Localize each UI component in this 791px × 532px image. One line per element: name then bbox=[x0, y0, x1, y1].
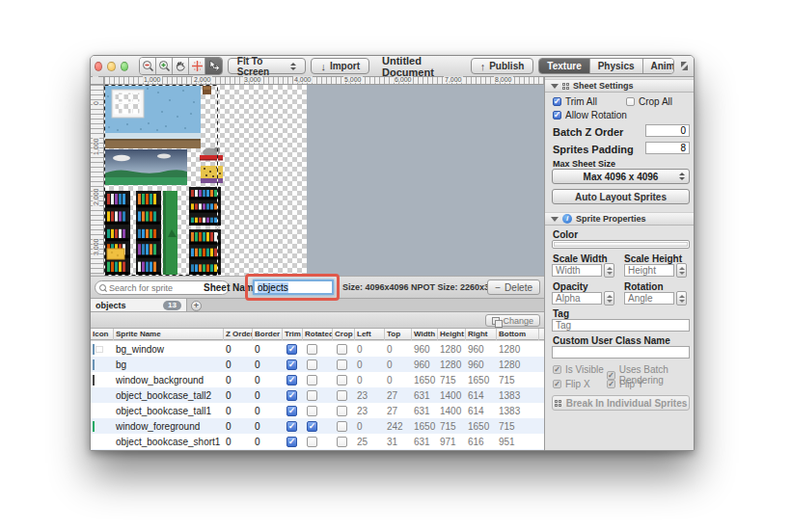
scale-height-input[interactable] bbox=[628, 265, 670, 276]
checked-checkbox[interactable] bbox=[286, 359, 297, 370]
sprite-window-background[interactable] bbox=[104, 149, 187, 185]
scale-width-stepper[interactable] bbox=[604, 263, 614, 278]
change-button[interactable]: Change bbox=[485, 314, 540, 327]
table-row[interactable]: object_bookcase_short2002531631971616951 bbox=[91, 449, 544, 450]
scale-width-input[interactable] bbox=[556, 265, 598, 276]
table-row[interactable]: object_bookcase_tall20023276311400614138… bbox=[91, 387, 544, 403]
custom-class-input[interactable] bbox=[556, 347, 686, 358]
sprite-table[interactable]: bg_window000096012809601280bg00009601280… bbox=[91, 341, 544, 450]
scale-width-field[interactable] bbox=[552, 264, 602, 277]
checked-checkbox[interactable] bbox=[286, 344, 297, 355]
table-row[interactable]: bg000096012809601280 bbox=[91, 357, 544, 372]
batch-z-order-input[interactable] bbox=[649, 125, 686, 136]
delete-sheet-button[interactable]: − Delete bbox=[487, 279, 540, 295]
column-header-crop[interactable]: Crop bbox=[333, 329, 355, 340]
sheet-name-input[interactable]: objects bbox=[253, 279, 334, 295]
unchecked-checkbox[interactable] bbox=[307, 359, 317, 370]
search-input[interactable] bbox=[109, 283, 215, 293]
unchecked-checkbox[interactable] bbox=[307, 375, 317, 386]
zoom-in-button[interactable] bbox=[156, 58, 173, 74]
sprite-cheese[interactable] bbox=[107, 249, 124, 259]
break-sprites-button[interactable]: Break In Individual Sprites bbox=[552, 395, 690, 411]
unchecked-checkbox[interactable] bbox=[337, 437, 347, 447]
checked-checkbox[interactable] bbox=[286, 421, 297, 432]
table-row[interactable]: window_foreground00024216507151650715 bbox=[91, 418, 544, 434]
checked-checkbox[interactable] bbox=[286, 375, 297, 386]
table-row[interactable]: window_background000016507151650715 bbox=[91, 372, 544, 387]
column-header-right[interactable]: Right bbox=[466, 329, 497, 340]
sprite-tree-trunk[interactable] bbox=[163, 191, 177, 275]
crop-all-checkbox[interactable]: Crop All bbox=[626, 96, 672, 107]
column-header-width[interactable]: Width bbox=[412, 329, 438, 340]
tag-input[interactable] bbox=[556, 320, 686, 331]
flip-x-box[interactable] bbox=[553, 380, 561, 388]
sprite-leopard-cushion[interactable] bbox=[201, 166, 223, 183]
checked-checkbox[interactable] bbox=[286, 406, 297, 416]
allow-rotation-box[interactable] bbox=[553, 111, 561, 120]
unchecked-checkbox[interactable] bbox=[307, 437, 317, 447]
column-header-rotated[interactable]: Rotated bbox=[303, 329, 333, 340]
table-row[interactable]: object_bookcase_short1002531631971616951 bbox=[91, 434, 544, 449]
sheet-tab-objects[interactable]: objects 13 bbox=[91, 299, 187, 311]
rotation-field[interactable] bbox=[624, 292, 674, 305]
column-header-icon[interactable]: Icon bbox=[91, 329, 114, 340]
crop-all-box[interactable] bbox=[626, 97, 635, 106]
move-tool-button[interactable] bbox=[205, 58, 222, 74]
is-visible-checkbox[interactable]: Is Visible bbox=[553, 364, 604, 375]
column-header-border[interactable]: Border bbox=[253, 329, 283, 340]
tag-field[interactable] bbox=[552, 319, 690, 332]
column-header-sprite-name[interactable]: Sprite Name bbox=[114, 329, 224, 340]
color-well[interactable] bbox=[552, 240, 690, 249]
sheet-settings-header[interactable]: Sheet Settings bbox=[545, 79, 695, 93]
sprite-bookcase-short2[interactable] bbox=[189, 229, 221, 275]
sprite-bg-window[interactable] bbox=[104, 85, 152, 148]
sprite-bookcase-tall1[interactable] bbox=[136, 191, 161, 275]
batch-z-order-field[interactable] bbox=[645, 124, 690, 137]
rotation-input[interactable] bbox=[628, 293, 670, 304]
unchecked-checkbox[interactable] bbox=[307, 406, 317, 416]
unchecked-checkbox[interactable] bbox=[337, 375, 347, 386]
grid-tool-button[interactable] bbox=[189, 58, 205, 74]
add-sheet-button[interactable]: + bbox=[191, 301, 202, 311]
tab-animation[interactable]: Animation bbox=[643, 59, 674, 73]
sprites-padding-input[interactable] bbox=[649, 143, 686, 153]
fit-to-screen-dropdown[interactable]: Fit To Screen bbox=[228, 58, 307, 74]
unchecked-checkbox[interactable] bbox=[337, 344, 347, 355]
zoom-out-button[interactable] bbox=[140, 58, 156, 74]
custom-class-field[interactable] bbox=[552, 346, 690, 359]
column-header-top[interactable]: Top bbox=[385, 329, 412, 340]
column-header-bottom[interactable]: Bottom bbox=[497, 329, 539, 340]
rotation-stepper[interactable] bbox=[676, 291, 687, 306]
opacity-stepper[interactable] bbox=[604, 291, 614, 306]
unchecked-checkbox[interactable] bbox=[307, 390, 317, 401]
checked-checkbox[interactable] bbox=[307, 421, 317, 432]
tab-physics[interactable]: Physics bbox=[590, 59, 643, 73]
checked-checkbox[interactable] bbox=[286, 390, 297, 401]
sprite-bookcase-tall2[interactable] bbox=[105, 191, 130, 275]
sprite-sheet-canvas[interactable] bbox=[104, 85, 544, 276]
column-header-z-order[interactable]: Z Order bbox=[224, 329, 253, 340]
fullscreen-icon[interactable] bbox=[681, 62, 688, 70]
table-row[interactable]: bg_window000096012809601280 bbox=[91, 341, 544, 357]
opacity-input[interactable] bbox=[556, 293, 598, 304]
scale-height-stepper[interactable] bbox=[676, 263, 687, 278]
table-row[interactable]: object_bookcase_tall10023276311400614138… bbox=[91, 403, 544, 418]
tab-texture[interactable]: Texture bbox=[539, 59, 589, 73]
sprite-lamp[interactable] bbox=[203, 86, 211, 94]
pan-tool-button[interactable] bbox=[173, 58, 189, 74]
sprites-padding-field[interactable] bbox=[645, 142, 690, 154]
max-sheet-size-dropdown[interactable]: Max 4096 x 4096 bbox=[552, 169, 690, 184]
opacity-field[interactable] bbox=[552, 292, 602, 305]
unchecked-checkbox[interactable] bbox=[337, 406, 347, 416]
scale-height-field[interactable] bbox=[624, 264, 674, 277]
allow-rotation-checkbox[interactable]: Allow Rotation bbox=[553, 110, 627, 120]
checked-checkbox[interactable] bbox=[286, 437, 297, 447]
unchecked-checkbox[interactable] bbox=[337, 359, 347, 370]
sprite-properties-header[interactable]: i Sprite Properties bbox=[545, 212, 695, 226]
column-header-height[interactable]: Height bbox=[438, 329, 466, 340]
unchecked-checkbox[interactable] bbox=[307, 344, 317, 355]
sprite-bookcase-short1[interactable] bbox=[189, 187, 221, 226]
column-header-left[interactable]: Left bbox=[355, 329, 385, 340]
unchecked-checkbox[interactable] bbox=[337, 390, 347, 401]
flip-x-checkbox[interactable]: Flip X bbox=[553, 379, 590, 389]
